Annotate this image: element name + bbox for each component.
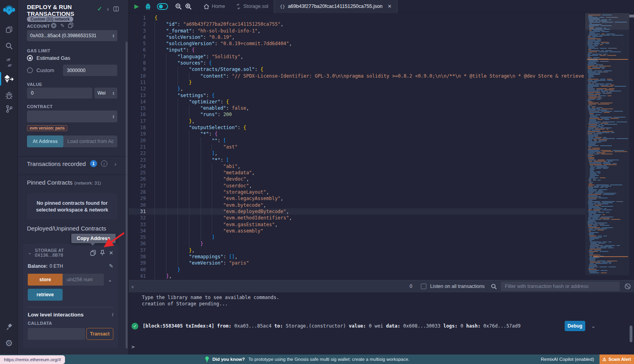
copilot-status[interactable]: RemixAI Copilot (enabled) bbox=[541, 357, 594, 362]
code-editor[interactable]: 1{2"id": "a69b43f277ba20fcac141151250ca7… bbox=[129, 13, 585, 280]
code-line[interactable]: 25"metadata", bbox=[129, 170, 585, 176]
code-line[interactable]: 24"abi", bbox=[129, 163, 585, 170]
code-line[interactable]: 20"": [ bbox=[129, 137, 585, 144]
tab-storage-sol[interactable]: Storage.sol bbox=[231, 0, 274, 13]
code-line[interactable]: 5"solcLongVersion": "0.8.19+commit.7dd6d… bbox=[129, 40, 585, 47]
zoom-out-icon[interactable] bbox=[175, 3, 182, 10]
collapse-terminal-icon[interactable]: » bbox=[130, 285, 136, 287]
code-line[interactable]: 10"content": "// SPDX-License-Identifier… bbox=[129, 73, 585, 79]
remix-logo-icon[interactable] bbox=[0, 2, 18, 18]
pin-panel-icon[interactable] bbox=[113, 6, 119, 11]
chevron-right-icon[interactable]: › bbox=[115, 160, 116, 167]
code-line[interactable]: 12}, bbox=[129, 86, 585, 92]
code-line[interactable]: 22], bbox=[129, 150, 585, 156]
code-line[interactable]: 11} bbox=[129, 79, 585, 86]
code-line[interactable]: 30"evm.bytecode", bbox=[129, 202, 585, 208]
remix-ai-robot-icon[interactable] bbox=[145, 3, 151, 10]
code-line[interactable]: 41}, bbox=[129, 273, 585, 279]
file-explorer-icon[interactable] bbox=[0, 23, 18, 36]
info-icon[interactable]: i bbox=[112, 311, 113, 318]
copy-account-icon[interactable] bbox=[68, 23, 73, 28]
git-version-control-icon[interactable] bbox=[0, 102, 18, 116]
code-line[interactable]: 28"storageLayout", bbox=[129, 189, 585, 195]
value-unit-select[interactable]: Wei ▴▾ bbox=[94, 88, 117, 99]
tab-home[interactable]: Home bbox=[198, 0, 231, 13]
run-script-play-icon[interactable]: ▶ bbox=[134, 3, 139, 10]
store-arg-field[interactable] bbox=[63, 274, 104, 286]
code-line[interactable]: 8"sources": { bbox=[129, 60, 585, 66]
code-line[interactable]: 17}, bbox=[129, 118, 585, 124]
value-input[interactable] bbox=[27, 88, 92, 99]
at-address-button[interactable]: At Address bbox=[27, 135, 63, 147]
plugin-manager-icon[interactable] bbox=[0, 320, 18, 334]
code-line[interactable]: 33"evm.gasEstimates", bbox=[129, 221, 585, 228]
copilot-toggle[interactable] bbox=[157, 3, 168, 10]
code-line[interactable]: 16"runs": 200 bbox=[129, 111, 585, 118]
code-line[interactable]: 18"outputSelection": { bbox=[129, 124, 585, 131]
chevron-down-icon[interactable]: ⌄ bbox=[108, 277, 112, 283]
code-line[interactable]: 39"evmVersion": "paris" bbox=[129, 260, 585, 266]
code-line[interactable]: 9"contracts/Storage.sol": { bbox=[129, 66, 585, 72]
code-line[interactable]: 27"userdoc", bbox=[129, 183, 585, 189]
calldata-input[interactable] bbox=[28, 328, 85, 340]
contract-select[interactable]: ▴▾ bbox=[27, 111, 117, 122]
code-line[interactable]: 29"evm.legacyAssembly", bbox=[129, 195, 585, 202]
radio-estimated-gas[interactable] bbox=[27, 55, 33, 61]
terminal-output[interactable]: Type the library name to see available c… bbox=[129, 292, 634, 354]
info-icon[interactable]: i bbox=[101, 160, 107, 167]
chevron-down-icon[interactable]: ⌄ bbox=[28, 250, 32, 255]
account-select[interactable]: 0xA03...85ac4 (0.39866531531 ▴▾ bbox=[27, 30, 117, 41]
terminal-scrollbar[interactable] bbox=[630, 326, 632, 342]
load-contract-field[interactable] bbox=[63, 135, 117, 147]
deploy-and-run-icon[interactable] bbox=[0, 72, 18, 86]
code-line[interactable]: 4"solcVersion": "0.8.19", bbox=[129, 34, 585, 40]
code-line[interactable]: 6"input": { bbox=[129, 47, 585, 53]
retrieve-button[interactable]: retrieve bbox=[28, 289, 63, 301]
solidity-compiler-icon[interactable] bbox=[0, 56, 18, 69]
code-line[interactable]: 31"evm.deployedBytecode", bbox=[129, 208, 585, 215]
settings-gear-icon[interactable]: ⚙ bbox=[0, 337, 18, 350]
transact-button[interactable]: Transact bbox=[86, 328, 113, 340]
code-line[interactable]: 35] bbox=[129, 234, 585, 240]
custom-gas-field[interactable] bbox=[63, 65, 117, 76]
store-arg-input[interactable] bbox=[63, 274, 104, 286]
transactions-recorded-row[interactable]: Transactions recorded 1 i › bbox=[27, 160, 122, 167]
code-line[interactable]: 14"optimizer": { bbox=[129, 99, 585, 105]
store-button[interactable]: store bbox=[28, 274, 63, 286]
search-icon[interactable] bbox=[491, 284, 497, 290]
code-line[interactable]: 19"*": { bbox=[129, 131, 585, 137]
zoom-in-icon[interactable] bbox=[185, 3, 192, 10]
load-contract-input[interactable] bbox=[63, 135, 117, 147]
filter-input[interactable] bbox=[501, 282, 620, 291]
chevron-down-icon[interactable]: ⌄ bbox=[591, 322, 596, 330]
estimated-gas-option[interactable]: Estimated Gas bbox=[27, 55, 70, 61]
chevron-right-icon[interactable]: › bbox=[107, 6, 109, 13]
code-line[interactable]: 36} bbox=[129, 240, 585, 247]
tx-log-row[interactable]: ✓ [block:5583405 txIndex:4] from: 0xa03.… bbox=[132, 321, 634, 331]
code-line[interactable]: 7"language": "Solidity", bbox=[129, 53, 585, 60]
code-line[interactable]: 1{ bbox=[129, 15, 585, 21]
debug-button[interactable]: Debug bbox=[565, 321, 585, 331]
edit-balance-icon[interactable]: ✎ bbox=[109, 263, 113, 269]
value-field[interactable] bbox=[27, 88, 92, 99]
add-account-icon[interactable] bbox=[51, 23, 57, 29]
calldata-field[interactable] bbox=[28, 328, 85, 340]
code-line[interactable]: 40} bbox=[129, 267, 585, 273]
filter-field[interactable] bbox=[501, 282, 620, 291]
code-line[interactable]: 32"evm.methodIdentifiers", bbox=[129, 215, 585, 221]
tab-build-info-json[interactable]: {} a69b43f277ba20fcac141151250ca755.json… bbox=[274, 0, 397, 13]
edit-account-icon[interactable]: ✎ bbox=[60, 23, 65, 29]
radio-custom-gas[interactable] bbox=[27, 67, 33, 73]
code-line[interactable]: 21"ast" bbox=[129, 144, 585, 150]
terminal-prompt[interactable]: > bbox=[132, 344, 634, 350]
custom-gas-option[interactable]: Custom bbox=[27, 67, 54, 73]
editor-scrollbar-thumb[interactable] bbox=[629, 15, 634, 17]
code-line[interactable]: 38"remappings": [], bbox=[129, 253, 585, 260]
editor-minimap[interactable] bbox=[585, 13, 629, 275]
scam-alert-button[interactable]: ⚠ Scam Alert bbox=[600, 354, 634, 364]
close-tab-icon[interactable]: ✕ bbox=[388, 4, 391, 9]
search-icon[interactable] bbox=[0, 39, 18, 53]
code-line[interactable]: 3"_format": "hh-sol-build-info-1", bbox=[129, 28, 585, 34]
code-line[interactable]: 15"enabled": false, bbox=[129, 105, 585, 111]
code-line[interactable]: 37}, bbox=[129, 247, 585, 253]
